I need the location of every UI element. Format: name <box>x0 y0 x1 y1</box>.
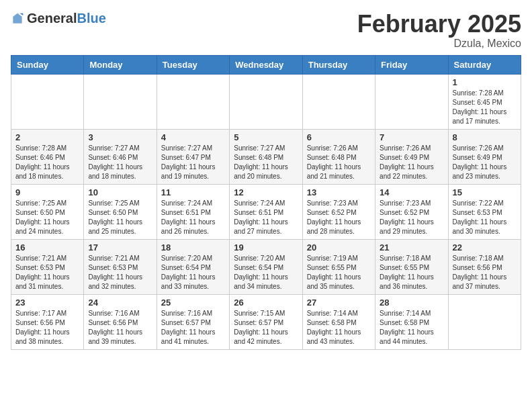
calendar-cell: 22Sunrise: 7:18 AM Sunset: 6:56 PM Dayli… <box>448 239 521 294</box>
calendar-cell: 2Sunrise: 7:28 AM Sunset: 6:46 PM Daylig… <box>11 129 84 184</box>
day-number: 11 <box>161 187 225 197</box>
logo-blue-text: Blue <box>77 11 105 26</box>
calendar-day-header: Friday <box>375 55 448 74</box>
day-info: Sunrise: 7:16 AM Sunset: 6:57 PM Dayligh… <box>161 309 225 347</box>
calendar-cell: 28Sunrise: 7:14 AM Sunset: 6:58 PM Dayli… <box>375 294 448 349</box>
day-info: Sunrise: 7:26 AM Sunset: 6:49 PM Dayligh… <box>453 144 517 181</box>
calendar-day-header: Saturday <box>448 55 521 74</box>
day-info: Sunrise: 7:25 AM Sunset: 6:50 PM Dayligh… <box>15 199 79 236</box>
calendar-week-row: 23Sunrise: 7:17 AM Sunset: 6:56 PM Dayli… <box>11 294 521 349</box>
calendar-week-row: 9Sunrise: 7:25 AM Sunset: 6:50 PM Daylig… <box>11 184 521 239</box>
calendar-cell: 21Sunrise: 7:18 AM Sunset: 6:55 PM Dayli… <box>375 239 448 294</box>
day-info: Sunrise: 7:27 AM Sunset: 6:47 PM Dayligh… <box>161 144 225 181</box>
calendar-table: SundayMondayTuesdayWednesdayThursdayFrid… <box>11 55 521 350</box>
day-number: 26 <box>234 298 298 308</box>
calendar-cell: 5Sunrise: 7:27 AM Sunset: 6:48 PM Daylig… <box>230 129 302 184</box>
day-info: Sunrise: 7:20 AM Sunset: 6:54 PM Dayligh… <box>234 254 298 291</box>
calendar-week-row: 1Sunrise: 7:28 AM Sunset: 6:45 PM Daylig… <box>11 74 521 129</box>
day-number: 23 <box>15 298 79 308</box>
day-number: 7 <box>380 132 443 142</box>
day-info: Sunrise: 7:17 AM Sunset: 6:56 PM Dayligh… <box>15 309 79 347</box>
calendar-cell: 14Sunrise: 7:23 AM Sunset: 6:52 PM Dayli… <box>375 184 448 239</box>
calendar-cell: 9Sunrise: 7:25 AM Sunset: 6:50 PM Daylig… <box>11 184 84 239</box>
calendar-day-header: Wednesday <box>230 55 302 74</box>
day-info: Sunrise: 7:27 AM Sunset: 6:46 PM Dayligh… <box>88 144 152 181</box>
calendar-cell: 25Sunrise: 7:16 AM Sunset: 6:57 PM Dayli… <box>157 294 229 349</box>
calendar-cell: 10Sunrise: 7:25 AM Sunset: 6:50 PM Dayli… <box>84 184 157 239</box>
day-number: 17 <box>88 242 152 253</box>
day-info: Sunrise: 7:26 AM Sunset: 6:48 PM Dayligh… <box>307 144 371 181</box>
calendar-cell: 26Sunrise: 7:15 AM Sunset: 6:57 PM Dayli… <box>230 294 302 349</box>
day-info: Sunrise: 7:18 AM Sunset: 6:56 PM Dayligh… <box>453 254 517 291</box>
calendar-cell: 1Sunrise: 7:28 AM Sunset: 6:45 PM Daylig… <box>448 74 521 129</box>
calendar-cell: 15Sunrise: 7:22 AM Sunset: 6:53 PM Dayli… <box>448 184 521 239</box>
day-info: Sunrise: 7:21 AM Sunset: 6:53 PM Dayligh… <box>15 254 79 291</box>
calendar-cell: 27Sunrise: 7:14 AM Sunset: 6:58 PM Dayli… <box>302 294 375 349</box>
day-info: Sunrise: 7:18 AM Sunset: 6:55 PM Dayligh… <box>380 254 443 291</box>
calendar-cell <box>157 74 229 129</box>
calendar-cell: 12Sunrise: 7:24 AM Sunset: 6:51 PM Dayli… <box>230 184 302 239</box>
calendar-cell <box>84 74 157 129</box>
calendar-cell: 18Sunrise: 7:20 AM Sunset: 6:54 PM Dayli… <box>157 239 229 294</box>
day-info: Sunrise: 7:24 AM Sunset: 6:51 PM Dayligh… <box>161 199 225 236</box>
day-number: 13 <box>307 187 371 197</box>
day-info: Sunrise: 7:23 AM Sunset: 6:52 PM Dayligh… <box>307 199 371 236</box>
calendar-cell: 8Sunrise: 7:26 AM Sunset: 6:49 PM Daylig… <box>448 129 521 184</box>
day-number: 8 <box>453 132 517 142</box>
calendar-week-row: 2Sunrise: 7:28 AM Sunset: 6:46 PM Daylig… <box>11 129 521 184</box>
day-number: 27 <box>307 298 371 308</box>
calendar-cell <box>11 74 84 129</box>
calendar-day-header: Sunday <box>11 55 84 74</box>
calendar-title: February 2025 <box>357 11 521 38</box>
day-info: Sunrise: 7:24 AM Sunset: 6:51 PM Dayligh… <box>234 199 298 236</box>
day-number: 28 <box>380 298 443 308</box>
day-number: 12 <box>234 187 298 197</box>
day-info: Sunrise: 7:19 AM Sunset: 6:55 PM Dayligh… <box>307 254 371 291</box>
calendar-subtitle: Dzula, Mexico <box>357 38 521 50</box>
day-number: 19 <box>234 242 298 253</box>
day-info: Sunrise: 7:25 AM Sunset: 6:50 PM Dayligh… <box>88 199 152 236</box>
calendar-cell: 17Sunrise: 7:21 AM Sunset: 6:53 PM Dayli… <box>84 239 157 294</box>
day-number: 24 <box>88 298 152 308</box>
calendar-header-row: SundayMondayTuesdayWednesdayThursdayFrid… <box>11 55 521 74</box>
day-number: 10 <box>88 187 152 197</box>
day-number: 2 <box>15 132 79 142</box>
day-info: Sunrise: 7:14 AM Sunset: 6:58 PM Dayligh… <box>307 309 371 347</box>
page-header: GeneralBlue February 2025 Dzula, Mexico <box>11 11 521 50</box>
calendar-cell: 7Sunrise: 7:26 AM Sunset: 6:49 PM Daylig… <box>375 129 448 184</box>
calendar-cell: 23Sunrise: 7:17 AM Sunset: 6:56 PM Dayli… <box>11 294 84 349</box>
day-info: Sunrise: 7:21 AM Sunset: 6:53 PM Dayligh… <box>88 254 152 291</box>
day-number: 15 <box>453 187 517 197</box>
day-number: 1 <box>453 77 517 87</box>
calendar-cell: 16Sunrise: 7:21 AM Sunset: 6:53 PM Dayli… <box>11 239 84 294</box>
calendar-day-header: Thursday <box>302 55 375 74</box>
day-info: Sunrise: 7:15 AM Sunset: 6:57 PM Dayligh… <box>234 309 298 347</box>
calendar-cell: 19Sunrise: 7:20 AM Sunset: 6:54 PM Dayli… <box>230 239 302 294</box>
day-number: 3 <box>88 132 152 142</box>
day-number: 6 <box>307 132 371 142</box>
day-number: 9 <box>15 187 79 197</box>
calendar-cell: 3Sunrise: 7:27 AM Sunset: 6:46 PM Daylig… <box>84 129 157 184</box>
calendar-cell: 4Sunrise: 7:27 AM Sunset: 6:47 PM Daylig… <box>157 129 229 184</box>
day-number: 14 <box>380 187 443 197</box>
day-number: 5 <box>234 132 298 142</box>
calendar-cell: 6Sunrise: 7:26 AM Sunset: 6:48 PM Daylig… <box>302 129 375 184</box>
day-number: 20 <box>307 242 371 253</box>
calendar-cell <box>302 74 375 129</box>
day-info: Sunrise: 7:28 AM Sunset: 6:46 PM Dayligh… <box>15 144 79 181</box>
calendar-cell <box>448 294 521 349</box>
calendar-cell: 13Sunrise: 7:23 AM Sunset: 6:52 PM Dayli… <box>302 184 375 239</box>
calendar-day-header: Tuesday <box>157 55 229 74</box>
day-info: Sunrise: 7:27 AM Sunset: 6:48 PM Dayligh… <box>234 144 298 181</box>
day-number: 21 <box>380 242 443 253</box>
day-number: 16 <box>15 242 79 253</box>
calendar-cell <box>230 74 302 129</box>
logo: GeneralBlue <box>11 11 106 26</box>
calendar-cell: 24Sunrise: 7:16 AM Sunset: 6:56 PM Dayli… <box>84 294 157 349</box>
calendar-cell: 11Sunrise: 7:24 AM Sunset: 6:51 PM Dayli… <box>157 184 229 239</box>
day-number: 22 <box>453 242 517 253</box>
day-number: 18 <box>161 242 225 253</box>
day-info: Sunrise: 7:22 AM Sunset: 6:53 PM Dayligh… <box>453 199 517 236</box>
day-info: Sunrise: 7:28 AM Sunset: 6:45 PM Dayligh… <box>453 89 517 126</box>
calendar-day-header: Monday <box>84 55 157 74</box>
